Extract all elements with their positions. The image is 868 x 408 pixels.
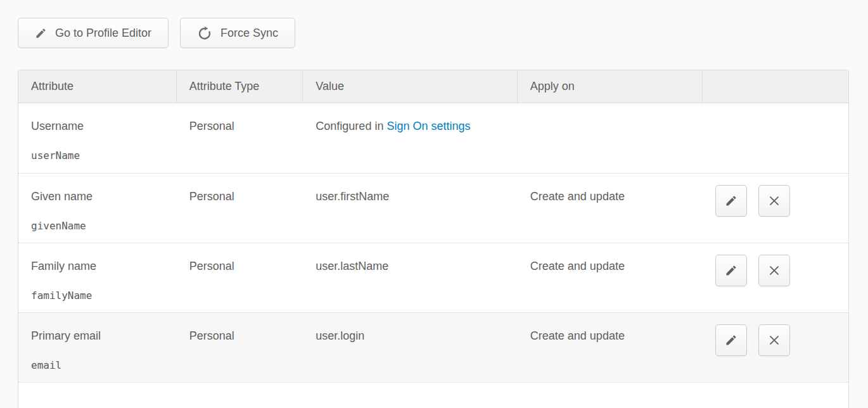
remove-attribute-button[interactable] [758,255,790,286]
attribute-type-value: Personal [189,189,297,203]
value-cell: user.lastName [303,243,517,312]
attribute-cell: Family name familyName [18,243,177,312]
go-to-profile-editor-button[interactable]: Go to Profile Editor [18,18,169,48]
row-actions [703,174,848,243]
refresh-icon [197,25,212,41]
force-sync-label: Force Sync [220,27,278,40]
remove-attribute-button[interactable] [758,185,790,217]
value-cell: user.login [303,313,517,382]
attribute-type-value: Personal [189,329,297,343]
attribute-type-cell: Personal [177,243,303,312]
table-row-partial [18,382,848,408]
edit-attribute-button[interactable] [715,255,747,286]
table-row: Username userName Personal Configured in… [18,103,848,173]
value-prefix-text: Configured in [316,120,386,132]
attribute-cell: Username userName [18,103,177,173]
attribute-type-cell: Personal [177,313,303,382]
value-cell: Configured in Sign On settings [303,103,517,173]
value-text: user.lastName [316,260,388,272]
sign-on-settings-link[interactable]: Sign On settings [386,120,470,132]
table-body: Username userName Personal Configured in… [18,103,848,382]
apply-on-value: Create and update [530,189,697,203]
value-text: user.firstName [316,190,389,203]
attribute-variable: givenName [31,220,170,232]
x-icon [767,333,781,347]
edit-attribute-button[interactable] [715,185,747,217]
table-row: Primary email email Personal user.login … [18,312,848,382]
attribute-variable: familyName [31,290,170,302]
row-actions [703,313,848,382]
attribute-label: Primary email [31,329,170,343]
row-actions [703,243,848,312]
attribute-cell: Primary email email [18,313,177,382]
header-attribute: Attribute [18,70,177,103]
apply-on-cell [518,103,703,173]
attribute-label: Given name [31,189,170,203]
pencil-icon [725,334,737,347]
header-attribute-type: Attribute Type [177,70,303,103]
attribute-type-value: Personal [189,259,297,273]
table-row: Family name familyName Personal user.las… [18,243,848,312]
edit-attribute-button[interactable] [715,324,747,356]
x-icon [767,194,781,208]
table-row: Given name givenName Personal user.first… [18,173,848,243]
force-sync-button[interactable]: Force Sync [180,18,295,48]
pencil-icon [35,27,47,39]
attribute-label: Username [31,119,170,133]
apply-on-value: Create and update [530,329,697,343]
apply-on-cell: Create and update [518,313,703,382]
attribute-cell: Given name givenName [18,174,177,243]
value-cell: user.firstName [303,174,517,243]
table-header: Attribute Attribute Type Value Apply on [18,70,848,103]
attribute-type-value: Personal [189,119,297,133]
apply-on-value: Create and update [530,259,697,273]
x-icon [767,264,781,277]
attribute-type-cell: Personal [177,174,303,243]
attribute-label: Family name [31,259,170,273]
go-to-profile-editor-label: Go to Profile Editor [55,27,151,40]
header-value: Value [303,70,517,103]
pencil-icon [725,194,737,207]
attribute-type-cell: Personal [177,103,303,173]
header-actions [703,70,848,103]
row-actions [703,103,848,173]
remove-attribute-button[interactable] [758,324,790,356]
attribute-variable: email [31,359,170,371]
apply-on-cell: Create and update [518,243,703,312]
attribute-variable: userName [31,150,170,162]
apply-on-cell: Create and update [518,174,703,243]
pencil-icon [725,264,737,277]
toolbar: Go to Profile Editor Force Sync [18,18,295,48]
attribute-mapping-table: Attribute Attribute Type Value Apply on … [18,70,849,408]
value-text: user.login [316,329,364,342]
header-apply-on: Apply on [518,70,703,103]
